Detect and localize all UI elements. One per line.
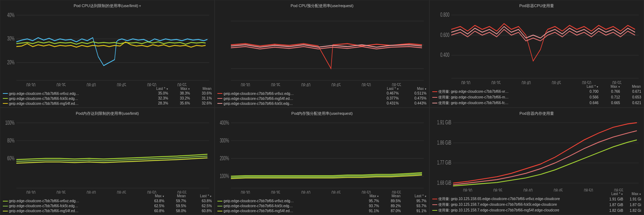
svg-text:08:40: 08:40 <box>87 82 96 86</box>
svg-text:08:30: 08:30 <box>26 189 36 194</box>
svg-text:08:45: 08:45 <box>117 82 126 86</box>
svg-text:0.400: 0.400 <box>440 52 449 58</box>
svg-text:100%: 100% <box>220 172 229 179</box>
svg-text:08:55: 08:55 <box>612 80 622 84</box>
svg-text:1.77 GiB: 1.77 GiB <box>437 160 451 166</box>
legend-table-6: Last * ▾ Max ▾ 使用量: geip.10.125.158.65.e… <box>431 192 642 213</box>
svg-text:08:50: 08:50 <box>584 188 593 192</box>
col-mean: Mean <box>380 194 402 198</box>
svg-text:08:55: 08:55 <box>178 82 187 86</box>
svg-text:08:55: 08:55 <box>178 189 187 194</box>
legend-row: geip.edge-cloudcore-c7bb7bf66-mg54f.edge… <box>216 96 427 101</box>
svg-text:08:45: 08:45 <box>554 188 563 192</box>
svg-text:08:50: 08:50 <box>582 80 591 84</box>
col-max[interactable]: Max ▾ <box>400 86 428 91</box>
col-last[interactable]: Last * ▾ <box>143 86 169 91</box>
svg-text:08:45: 08:45 <box>332 82 341 86</box>
panel-pod-cpu-request: Pod CPU预分配使用率(use/request) 08:30 08:35 0… <box>215 0 429 108</box>
svg-text:08:50: 08:50 <box>362 82 371 86</box>
svg-text:0.600: 0.600 <box>440 32 449 38</box>
svg-text:08:40: 08:40 <box>87 189 96 194</box>
svg-text:08:45: 08:45 <box>332 189 341 194</box>
col-max[interactable]: Max ▾ <box>600 84 621 89</box>
svg-text:1.91 GiB: 1.91 GiB <box>437 119 451 125</box>
svg-text:08:55: 08:55 <box>392 82 401 86</box>
legend-row: geip.edge-cloudcore-c7bb7bf66-vr6vz.edge… <box>216 91 427 96</box>
svg-text:08:35: 08:35 <box>491 80 501 84</box>
svg-text:08:50: 08:50 <box>147 189 157 194</box>
svg-text:08:40: 08:40 <box>301 82 311 86</box>
col-max[interactable]: Max ▾ <box>624 192 642 196</box>
legend-table-2: Last * ▾ Max ▾ geip.edge-cloudcore-c7bb7… <box>216 86 427 106</box>
panel-title-pod-mem-container: Pod容器内存使用量 <box>431 109 642 117</box>
svg-text:40%: 40% <box>7 11 14 18</box>
svg-text:20%: 20% <box>7 59 14 66</box>
panel-title-pod-mem-limit: Pod内存达到限制的使用率(use/limit) <box>2 109 213 117</box>
svg-text:08:30: 08:30 <box>241 189 250 194</box>
svg-text:300%: 300% <box>220 137 229 144</box>
panel-pod-cpu-limit: Pod CPU达到限制的使用率(use/limit) ▾ 40% 30% 20%… <box>0 0 215 108</box>
legend-row: 使用量: geip.10.125.158.7.edge-cloudcore-c7… <box>431 208 642 213</box>
panel-title-pod-mem-request: Pod内存预分配使用率(use/request) <box>216 109 427 117</box>
legend-row: geip.edge-cloudcore-c7bb7bf66-mg54f.edge… <box>2 208 213 213</box>
legend-row: 使用量: geip.edge-cloudcore-c7bb7bf66-vr6vz… <box>431 89 642 95</box>
svg-text:08:40: 08:40 <box>301 189 311 194</box>
legend-row: 使用量: geip.10.125.158.7.edge-cloudcore-c7… <box>431 202 642 208</box>
legend-row: 使用量: geip.edge-cloudcore-c7bb7bf66-mg54f… <box>431 95 642 100</box>
svg-text:0.800: 0.800 <box>440 12 449 18</box>
legend-row: geip.edge-cloudcore-c7bb7bf66-fck5t.edge… <box>216 203 427 208</box>
legend-row: 使用量: geip.10.125.158.65.edge-cloudcore-c… <box>431 196 642 202</box>
svg-text:1.68 GiB: 1.68 GiB <box>437 179 451 186</box>
panel-title-pod-cpu-request: Pod CPU预分配使用率(use/request) <box>216 2 427 9</box>
legend-table-4: Max ▾ Mean Last * ▾ geip.edge-cloudcore-… <box>2 194 213 213</box>
panel-pod-cpu-container: Pod容器CPU使用量 0.800 0.600 0.400 08:30 08:3… <box>429 0 644 108</box>
col-max[interactable]: Max ▾ <box>143 194 165 198</box>
col-last[interactable]: Last * ▾ <box>372 86 400 91</box>
chart-area-4: 100% 80% 60% 08:30 08:35 08:40 08:45 08:… <box>2 117 213 194</box>
col-last[interactable]: Last * ▾ <box>574 84 600 89</box>
legend-row: geip.edge-cloudcore-c7bb7bf66-vr6vz.edge… <box>2 198 213 203</box>
svg-text:80%: 80% <box>7 137 14 144</box>
legend-row: geip.edge-cloudcore-c7bb7bf66-vr6vz.edge… <box>216 198 427 203</box>
legend-row: geip.edge-cloudcore-c7bb7bf66-fck5t.edge… <box>2 96 213 101</box>
svg-text:08:35: 08:35 <box>271 189 280 194</box>
col-last[interactable]: Last * ▾ <box>402 194 428 198</box>
col-mean: Mean <box>621 84 642 89</box>
panel-title-pod-cpu-container: Pod容器CPU使用量 <box>431 2 642 9</box>
svg-text:200%: 200% <box>220 155 229 161</box>
svg-text:100%: 100% <box>5 119 15 126</box>
svg-text:08:35: 08:35 <box>57 82 66 86</box>
legend-row: geip.edge-cloudcore-c7bb7bf66-mg54f.edge… <box>2 101 213 106</box>
svg-text:08:35: 08:35 <box>493 188 502 192</box>
svg-text:08:30: 08:30 <box>26 82 36 86</box>
svg-text:08:55: 08:55 <box>392 189 401 194</box>
legend-row: geip.edge-cloudcore-c7bb7bf66-mg54f.edge… <box>216 208 427 213</box>
svg-text:08:55: 08:55 <box>614 188 623 192</box>
col-max[interactable]: Max ▾ <box>358 194 380 198</box>
svg-text:08:35: 08:35 <box>57 189 66 194</box>
chart-area-3: 0.800 0.600 0.400 08:30 08:35 08:40 08:4… <box>431 9 642 84</box>
legend-row: geip.edge-cloudcore-c7bb7bf66-fck5t.edge… <box>2 203 213 208</box>
legend-table-1: Last * ▾ Max ▾ Mean geip.edge-cloudcore-… <box>2 86 213 106</box>
svg-text:08:35: 08:35 <box>271 82 280 86</box>
chart-area-5: 400% 300% 200% 100% 08:30 08:35 08:40 08… <box>216 117 427 194</box>
svg-text:60%: 60% <box>7 155 14 161</box>
svg-text:08:30: 08:30 <box>463 188 472 192</box>
panel-pod-mem-container: Pod容器内存使用量 1.91 GiB 1.86 GiB 1.77 GiB 1.… <box>429 108 644 215</box>
svg-text:30%: 30% <box>7 35 14 42</box>
svg-text:08:30: 08:30 <box>241 82 250 86</box>
dropdown-icon[interactable]: ▾ <box>139 4 141 8</box>
legend-row: geip.edge-cloudcore-c7bb7bf66-vr6vz.edge… <box>2 91 213 96</box>
legend-row: 使用量: geip.edge-cloudcore-c7bb7bf66-fck5t… <box>431 100 642 106</box>
svg-text:08:50: 08:50 <box>362 189 371 194</box>
col-mean: Mean <box>165 194 187 198</box>
col-mean: Mean <box>191 86 213 91</box>
chart-area-2: 08:30 08:35 08:40 08:45 08:50 08:55 <box>216 9 427 86</box>
col-last[interactable]: Last * ▾ <box>603 192 624 196</box>
svg-text:08:40: 08:40 <box>523 188 533 192</box>
legend-row: geip.edge-cloudcore-c7bb7bf66-fck5t.edge… <box>216 101 427 106</box>
col-max[interactable]: Max ▾ <box>169 86 191 91</box>
chart-area-1: 40% 30% 20% 08:30 08:35 08:40 08:45 08:5… <box>2 9 213 86</box>
col-last[interactable]: Last * ▾ <box>187 194 213 198</box>
panel-pod-mem-limit: Pod内存达到限制的使用率(use/limit) 100% 80% 60% 08… <box>0 108 215 215</box>
